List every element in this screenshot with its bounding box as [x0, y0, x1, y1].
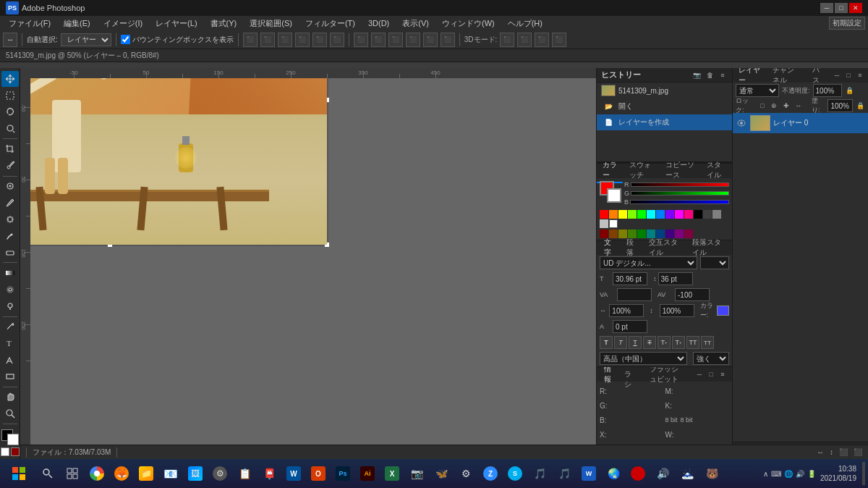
path-select-tool[interactable]: [1, 352, 19, 368]
swatch-purple[interactable]: [665, 210, 674, 219]
taskbar-app3[interactable]: W: [282, 462, 305, 485]
distribute-left-btn[interactable]: ⬛: [406, 33, 420, 47]
info-panel-menu[interactable]: ≡: [718, 369, 728, 379]
quick-mask-mode-btn[interactable]: [11, 447, 20, 456]
taskbar-camera[interactable]: 📷: [405, 462, 428, 485]
eraser-tool[interactable]: [1, 245, 19, 261]
minimize-button[interactable]: ─: [820, 3, 833, 13]
menu-filter[interactable]: フィルター(T): [299, 17, 361, 30]
crop-tool[interactable]: [1, 141, 19, 157]
menu-edit[interactable]: 編集(E): [58, 17, 96, 30]
maximize-button[interactable]: □: [835, 3, 848, 13]
taskbar-skype[interactable]: S: [503, 462, 527, 485]
layers-minimize-btn[interactable]: ─: [832, 70, 842, 80]
hand-tool[interactable]: [1, 390, 19, 405]
align-left-btn[interactable]: ⬛: [295, 33, 310, 47]
swatch-red[interactable]: [600, 210, 608, 219]
eyedropper-tool[interactable]: [1, 158, 19, 174]
tray-battery[interactable]: 🔋: [807, 470, 816, 478]
quick-select-tool[interactable]: [1, 120, 19, 136]
opacity-input[interactable]: [813, 84, 842, 97]
workspace-button[interactable]: 初期設定: [829, 17, 865, 30]
g-slider[interactable]: [631, 191, 729, 195]
swatch-white[interactable]: [609, 219, 618, 228]
marquee-tool[interactable]: [1, 88, 19, 104]
opacity-lock-btn[interactable]: 🔒: [845, 85, 855, 96]
distribute-right-btn[interactable]: ⬛: [441, 33, 455, 47]
taskbar-explorer[interactable]: 📁: [135, 462, 158, 485]
taskbar-chrome[interactable]: [85, 462, 109, 485]
swatch-black[interactable]: [694, 210, 702, 219]
3d-zoom-btn[interactable]: ⬛: [535, 33, 549, 47]
gradient-tool[interactable]: [1, 265, 19, 281]
font-size-input[interactable]: [613, 272, 647, 285]
r-slider[interactable]: [631, 182, 730, 187]
tab-copy-source[interactable]: コピーソース: [660, 159, 700, 183]
taskbar-ai[interactable]: Ai: [356, 462, 379, 485]
taskbar-settings[interactable]: ⚙: [208, 462, 231, 485]
taskbar-music[interactable]: 🎵: [553, 462, 576, 485]
info-panel-minimize[interactable]: ─: [694, 369, 705, 379]
taskbar-zoom[interactable]: Z: [479, 462, 502, 485]
blend-mode-select[interactable]: 通常 乗算 スクリーン: [736, 84, 779, 97]
bounding-box-label[interactable]: バウンティングボックスを表示: [121, 35, 234, 45]
tab-color[interactable]: カラー: [597, 159, 623, 183]
anti-alias-select[interactable]: 強く: [693, 352, 729, 365]
taskbar-mountain[interactable]: 🗻: [676, 462, 699, 485]
menu-image[interactable]: イメージ(I): [98, 17, 148, 30]
italic-btn[interactable]: T: [614, 336, 627, 349]
swatch-green[interactable]: [637, 210, 646, 219]
allcaps-btn[interactable]: TT: [686, 336, 699, 349]
3d-scale-btn[interactable]: ⬛: [552, 33, 566, 47]
scale-h-input[interactable]: [609, 304, 644, 317]
standard-mode-btn[interactable]: [1, 447, 9, 456]
layer-visibility-btn[interactable]: [736, 117, 747, 129]
history-trash-btn[interactable]: 🗑: [705, 70, 715, 80]
swatch-magenta[interactable]: [675, 210, 684, 219]
close-button[interactable]: ✕: [849, 3, 862, 13]
tray-network[interactable]: 🌐: [784, 470, 793, 478]
bold-btn[interactable]: T: [600, 336, 613, 349]
taskbar-bear[interactable]: 🐻: [700, 462, 723, 485]
move-tool[interactable]: [1, 71, 19, 87]
superscript-btn[interactable]: T+: [658, 336, 671, 349]
history-brush-tool[interactable]: [1, 228, 19, 244]
tracking-input[interactable]: [675, 288, 710, 301]
distribute-vcenter-btn[interactable]: ⬛: [371, 33, 386, 47]
swatch-orange[interactable]: [609, 210, 618, 219]
history-item[interactable]: 📂 開く: [597, 98, 732, 114]
auto-select-dropdown[interactable]: レイヤー グループ: [61, 33, 111, 46]
background-color[interactable]: [7, 434, 19, 445]
swatch-gray[interactable]: [712, 210, 721, 219]
history-menu-btn[interactable]: ≡: [718, 70, 728, 80]
layer-item[interactable]: レイヤー 0: [733, 113, 868, 133]
lasso-tool[interactable]: [1, 104, 19, 120]
taskbar-office2[interactable]: W: [577, 462, 600, 485]
taskbar-mail[interactable]: 📧: [159, 462, 182, 485]
align-bottom-btn[interactable]: ⬛: [278, 33, 292, 47]
align-hcenter-btn[interactable]: ⬛: [312, 33, 327, 47]
align-vcenter-btn[interactable]: ⬛: [260, 33, 275, 47]
layers-expand-btn[interactable]: □: [843, 70, 854, 80]
clone-stamp-tool[interactable]: [1, 211, 19, 227]
align-right-btn[interactable]: ⬛: [330, 33, 344, 47]
blur-tool[interactable]: [1, 282, 19, 298]
zoom-tool[interactable]: [1, 405, 19, 421]
fill-input[interactable]: [827, 99, 853, 112]
baseline-input[interactable]: [613, 320, 647, 333]
spot-heal-tool[interactable]: [1, 179, 19, 195]
taskbar-app2[interactable]: 📮: [258, 462, 281, 485]
taskbar-ps[interactable]: Ps: [331, 462, 354, 485]
lock-image-btn[interactable]: ⊕: [770, 101, 779, 111]
bounding-box-checkbox[interactable]: [121, 35, 130, 44]
distribute-bottom-btn[interactable]: ⬛: [388, 33, 403, 47]
type-tool[interactable]: T: [1, 335, 19, 351]
history-new-snapshot-btn[interactable]: 📷: [692, 70, 702, 80]
shape-tool[interactable]: [1, 369, 19, 384]
tab-swatches[interactable]: スウォッチ: [624, 159, 659, 183]
leading-input[interactable]: [658, 272, 693, 285]
quick-mask-btn[interactable]: [1, 447, 20, 456]
tab-style[interactable]: スタイル: [701, 159, 732, 183]
tray-keyboard[interactable]: ⌨: [771, 470, 781, 478]
bg-color-box[interactable]: [607, 188, 621, 203]
